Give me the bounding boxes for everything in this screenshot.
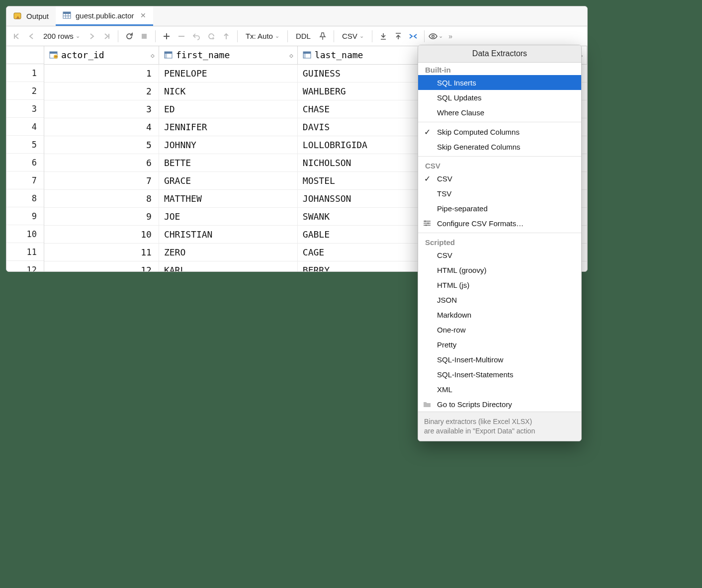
cell-first_name[interactable]: GRACE xyxy=(159,171,297,189)
cell-actor_id[interactable]: 7 xyxy=(44,171,159,189)
last-page-button[interactable] xyxy=(100,29,114,43)
pin-button[interactable] xyxy=(316,29,330,43)
cell-actor_id[interactable]: 12 xyxy=(44,261,159,271)
cell-actor_id[interactable]: 11 xyxy=(44,243,159,261)
csv-format-csv[interactable]: ✓CSV xyxy=(418,171,581,186)
rows-dropdown[interactable]: 200 rows ⌄ xyxy=(39,32,84,40)
row-number[interactable]: 4 xyxy=(6,118,44,136)
extractor-dropdown[interactable]: CSV ⌄ xyxy=(338,32,368,40)
cell-actor_id[interactable]: 5 xyxy=(44,136,159,154)
cell-first_name[interactable]: CHRISTIAN xyxy=(159,225,297,243)
option-skip-generated-columns[interactable]: Skip Generated Columns xyxy=(418,139,581,154)
scripted-csv[interactable]: CSV xyxy=(418,248,581,262)
export-button[interactable] xyxy=(376,29,390,43)
cell-last_name[interactable]: DAVIS xyxy=(297,118,430,136)
more-button[interactable]: » xyxy=(444,29,458,43)
scripted-xml[interactable]: XML xyxy=(418,382,581,397)
scripted-json[interactable]: JSON xyxy=(418,292,581,307)
next-page-button[interactable] xyxy=(85,29,99,43)
row-number[interactable]: 8 xyxy=(6,189,44,207)
cell-actor_id[interactable]: 1 xyxy=(44,64,159,82)
cell-first_name[interactable]: NICK xyxy=(159,82,297,100)
tab-actor-table[interactable]: guest.public.actor ✕ xyxy=(56,6,153,26)
cell-last_name[interactable]: GUINESS xyxy=(297,64,430,82)
csv-format-tsv[interactable]: TSV xyxy=(418,186,581,201)
extractor-sql-updates[interactable]: SQL Updates xyxy=(418,90,581,105)
prev-page-button[interactable] xyxy=(24,29,38,43)
cell-last_name[interactable]: MOSTEL xyxy=(297,171,430,189)
cell-actor_id[interactable]: 6 xyxy=(44,154,159,171)
commit-button[interactable] xyxy=(204,29,218,43)
sort-icon[interactable]: ◇ xyxy=(289,51,293,59)
extractor-sql-inserts[interactable]: SQL Inserts xyxy=(418,75,581,90)
first-page-button[interactable] xyxy=(9,29,23,43)
add-row-button[interactable] xyxy=(160,29,174,43)
option-skip-computed-columns[interactable]: ✓Skip Computed Columns xyxy=(418,124,581,139)
cell-actor_id[interactable]: 9 xyxy=(44,207,159,225)
cell-first_name[interactable]: JENNIFER xyxy=(159,118,297,136)
row-number[interactable]: 9 xyxy=(6,207,44,225)
cell-first_name[interactable]: BETTE xyxy=(159,154,297,171)
cell-actor_id[interactable]: 8 xyxy=(44,189,159,207)
extractor-where-clause[interactable]: Where Clause xyxy=(418,105,581,120)
cell-first_name[interactable]: PENELOPE xyxy=(159,64,297,82)
row-number[interactable]: 12 xyxy=(6,261,44,271)
column-header-first_name[interactable]: first_name◇ xyxy=(159,46,297,64)
cell-first_name[interactable]: KARL xyxy=(159,261,297,271)
cell-first_name[interactable]: JOE xyxy=(159,207,297,225)
cell-first_name[interactable]: MATTHEW xyxy=(159,189,297,207)
cell-last_name[interactable]: JOHANSSON xyxy=(297,189,430,207)
row-number[interactable]: 2 xyxy=(6,82,44,100)
scripted-markdown[interactable]: Markdown xyxy=(418,307,581,322)
tab-output[interactable]: Output xyxy=(6,6,56,26)
column-name: first_name xyxy=(176,50,230,60)
column-header-last_name[interactable]: last_name◇ xyxy=(297,46,430,64)
tx-mode-dropdown[interactable]: Tx: Auto ⌄ xyxy=(242,32,283,40)
revert-button[interactable] xyxy=(189,29,203,43)
row-number[interactable]: 5 xyxy=(6,136,44,154)
cell-last_name[interactable]: NICHOLSON xyxy=(297,154,430,171)
csv-format-pipe-separated[interactable]: Pipe-separated xyxy=(418,201,581,216)
cell-last_name[interactable]: GABLE xyxy=(297,225,430,243)
row-number[interactable]: 3 xyxy=(6,100,44,118)
label: Skip Generated Columns xyxy=(437,143,521,151)
cell-last_name[interactable]: LOLLOBRIGIDA xyxy=(297,136,430,154)
go-to-scripts-directory[interactable]: Go to Scripts Directory xyxy=(418,397,581,412)
cell-last_name[interactable]: CHASE xyxy=(297,100,430,118)
row-number[interactable]: 10 xyxy=(6,225,44,243)
configure-csv-formats[interactable]: Configure CSV Formats… xyxy=(418,216,581,231)
reload-button[interactable] xyxy=(122,29,136,43)
cell-last_name[interactable]: SWANK xyxy=(297,207,430,225)
cell-last_name[interactable]: BERRY xyxy=(297,261,430,271)
cell-actor_id[interactable]: 2 xyxy=(44,82,159,100)
view-button[interactable]: ⌄ xyxy=(429,29,443,43)
compare-button[interactable] xyxy=(406,29,420,43)
scripted-html-js-[interactable]: HTML (js) xyxy=(418,277,581,292)
sort-icon[interactable]: ◇ xyxy=(151,51,155,59)
cell-actor_id[interactable]: 10 xyxy=(44,225,159,243)
cell-actor_id[interactable]: 3 xyxy=(44,100,159,118)
cell-first_name[interactable]: JOHNNY xyxy=(159,136,297,154)
close-icon[interactable]: ✕ xyxy=(140,11,146,19)
stop-button[interactable] xyxy=(137,29,151,43)
svg-rect-6 xyxy=(142,34,147,39)
row-number[interactable]: 11 xyxy=(6,243,44,261)
cell-last_name[interactable]: CAGE xyxy=(297,243,430,261)
cell-last_name[interactable]: WAHLBERG xyxy=(297,82,430,100)
ddl-button[interactable]: DDL xyxy=(292,32,315,40)
scripted-sql-insert-multirow[interactable]: SQL-Insert-Multirow xyxy=(418,352,581,367)
scripted-html-groovy-[interactable]: HTML (groovy) xyxy=(418,262,581,277)
cell-first_name[interactable]: ED xyxy=(159,100,297,118)
cell-first_name[interactable]: ZERO xyxy=(159,243,297,261)
scripted-sql-insert-statements[interactable]: SQL-Insert-Statements xyxy=(418,367,581,382)
row-number[interactable]: 6 xyxy=(6,154,44,171)
scripted-pretty[interactable]: Pretty xyxy=(418,337,581,352)
cell-actor_id[interactable]: 4 xyxy=(44,118,159,136)
import-button[interactable] xyxy=(391,29,405,43)
row-number[interactable]: 7 xyxy=(6,171,44,189)
submit-button[interactable] xyxy=(219,29,233,43)
remove-row-button[interactable] xyxy=(175,29,188,43)
row-number[interactable]: 1 xyxy=(6,64,44,82)
scripted-one-row[interactable]: One-row xyxy=(418,322,581,337)
column-header-actor_id[interactable]: actor_id◇ xyxy=(44,46,159,64)
